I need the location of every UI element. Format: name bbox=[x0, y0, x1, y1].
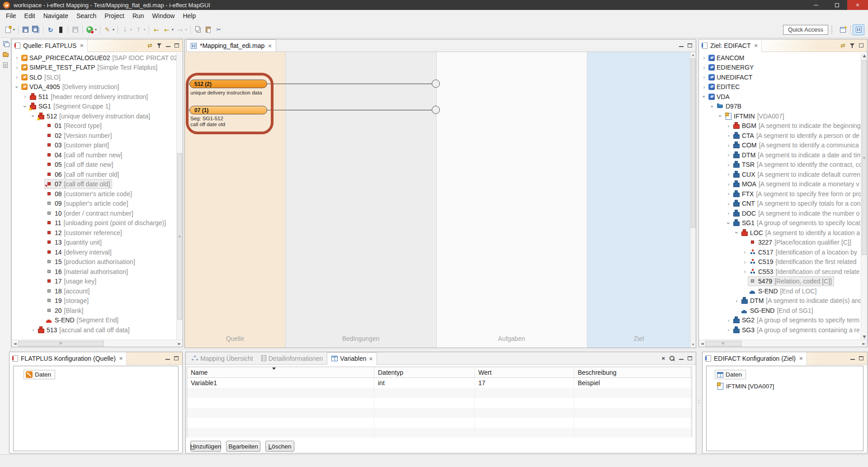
tree-item-slo[interactable]: ›SLO[SLO] bbox=[12, 72, 176, 82]
tab-detailinformationen[interactable]: Detailinformationen bbox=[257, 352, 327, 365]
tree-item-17[interactable]: 17[usage key] bbox=[12, 277, 176, 287]
tree-item-vda_4905[interactable]: ›VDA_4905[Delivery instruction] bbox=[12, 82, 176, 92]
tree-item-s-end[interactable]: S-END[End of LOC] bbox=[699, 286, 861, 296]
expand-arrow-icon[interactable]: › bbox=[14, 74, 20, 80]
tab-mapping-flat-edi-map[interactable]: *Mapping_flat_edi.map × bbox=[186, 39, 276, 52]
minimize-editor-icon[interactable] bbox=[679, 43, 684, 47]
scroll-down-icon[interactable]: ▼ bbox=[690, 343, 696, 347]
minimize-view-icon[interactable] bbox=[679, 356, 684, 360]
expand-arrow-icon[interactable]: › bbox=[741, 259, 748, 265]
expand-arrow-icon[interactable]: › bbox=[725, 151, 732, 158]
tree-item-cux[interactable]: ›CUX[A segment to indicate default curre… bbox=[699, 170, 861, 179]
maximize-editor-icon[interactable] bbox=[688, 43, 692, 47]
scroll-left-icon[interactable]: ◄ bbox=[12, 341, 18, 346]
expand-arrow-icon[interactable]: › bbox=[733, 297, 740, 304]
tree-item-sg2[interactable]: ›SG2[A group of segments to specify term bbox=[699, 316, 861, 325]
menu-file[interactable]: File bbox=[2, 11, 20, 21]
tree-item-sg-end[interactable]: SG-END[End of SG1] bbox=[699, 306, 861, 316]
expand-arrow-icon[interactable]: › bbox=[725, 132, 732, 139]
menu-edit[interactable]: Edit bbox=[20, 11, 39, 21]
new-wizard-button[interactable]: ▾ bbox=[3, 24, 16, 35]
tree-item-moa[interactable]: ›MOA[A segment to indicate a monetary v bbox=[699, 179, 861, 189]
filter-icon[interactable] bbox=[849, 43, 855, 48]
expand-arrow-icon[interactable]: › bbox=[701, 64, 708, 71]
expand-arrow-icon[interactable]: › bbox=[741, 268, 748, 275]
menu-search[interactable]: Search bbox=[72, 11, 100, 21]
dropdown-arrow-icon[interactable]: ▾ bbox=[130, 28, 132, 32]
tree-item-ftx[interactable]: ›FTX[A segment to specify free form or p… bbox=[699, 189, 861, 199]
menu-run[interactable]: Run bbox=[128, 11, 148, 21]
scrollbar-thumb[interactable] bbox=[691, 58, 695, 228]
mapping-port[interactable] bbox=[432, 106, 440, 114]
dropdown-arrow-icon[interactable]: ▾ bbox=[13, 28, 15, 32]
target-horizontal-scrollbar[interactable]: ◄ ≡ ► bbox=[699, 340, 867, 347]
edit-button[interactable]: Bearbeiten bbox=[226, 441, 260, 452]
tree-item-unedifact[interactable]: ›UNEDIFACT bbox=[699, 72, 861, 82]
tree-item-04[interactable]: 04[call off number new] bbox=[12, 150, 176, 160]
tab-edifact-konfiguration[interactable]: EDIFACT Konfiguration (Ziel) × bbox=[703, 352, 807, 365]
expand-arrow-icon[interactable]: › bbox=[701, 84, 708, 90]
scroll-right-icon[interactable]: ► bbox=[861, 341, 867, 346]
minimize-view-icon[interactable] bbox=[166, 43, 170, 47]
tree-item-eancom[interactable]: ›EANCOM bbox=[699, 53, 861, 63]
collapse-arrow-icon[interactable]: › bbox=[733, 229, 740, 236]
tree-item-dtm[interactable]: ›DTM[A segment to indicate date(s) and bbox=[699, 296, 861, 306]
close-view-icon[interactable]: × bbox=[661, 355, 665, 362]
link-with-editor-icon[interactable]: ⇄ bbox=[147, 42, 152, 49]
collapse-all-icon[interactable] bbox=[859, 43, 863, 47]
close-icon[interactable]: × bbox=[80, 42, 84, 49]
tree-item-513[interactable]: ›513[accrual and call off data] bbox=[12, 325, 176, 335]
expand-arrow-icon[interactable]: › bbox=[725, 200, 732, 207]
expand-arrow-icon[interactable]: › bbox=[701, 74, 708, 80]
document-view-icon[interactable] bbox=[0, 60, 11, 71]
scroll-right-icon[interactable]: ► bbox=[176, 341, 183, 346]
mapping-port[interactable] bbox=[432, 80, 440, 88]
tree-item-c553[interactable]: ›C553[Identification of second relate bbox=[699, 267, 861, 277]
editor-vertical-scrollbar[interactable]: ▲ ▼ bbox=[690, 52, 696, 348]
scrollbar-thumb[interactable]: ≡ bbox=[177, 153, 182, 320]
collapse-arrow-icon[interactable]: › bbox=[717, 113, 724, 119]
expand-arrow-icon[interactable]: › bbox=[725, 161, 732, 168]
close-icon[interactable]: × bbox=[119, 355, 123, 362]
run-button[interactable]: ▾ bbox=[85, 24, 98, 35]
target-vertical-scrollbar[interactable]: ▲ ≡ ▼ bbox=[861, 53, 867, 340]
tree-item-06[interactable]: 06[call off number old] bbox=[12, 170, 176, 179]
tree-item-15[interactable]: 15[production authorisation] bbox=[12, 257, 176, 267]
last-edit-location-button[interactable]: ← bbox=[151, 24, 161, 35]
dropdown-arrow-icon[interactable]: ▾ bbox=[144, 28, 146, 32]
tree-item-d97b[interactable]: ›D97B bbox=[699, 102, 861, 112]
expand-arrow-icon[interactable]: › bbox=[14, 64, 20, 71]
tree-item-12[interactable]: 12[customer reference] bbox=[12, 228, 176, 238]
minimize-view-icon[interactable] bbox=[850, 356, 855, 360]
tree-item-com[interactable]: ›COM[A segment to identify a communica bbox=[699, 141, 861, 151]
expand-arrow-icon[interactable]: › bbox=[22, 93, 28, 100]
tree-item-simple_test_flatp[interactable]: ›SIMPLE_TEST_FLATP[Simple Test Flatplus] bbox=[12, 63, 176, 73]
scroll-up-icon[interactable]: ▲ bbox=[690, 53, 696, 57]
console-button[interactable] bbox=[56, 24, 66, 35]
window-maximize-button[interactable] bbox=[826, 0, 847, 10]
close-icon[interactable]: × bbox=[369, 355, 373, 362]
expand-arrow-icon[interactable]: › bbox=[30, 326, 37, 333]
daten-button[interactable]: Daten bbox=[715, 370, 746, 379]
mapping-node-512[interactable]: 512 (2) bbox=[189, 80, 267, 88]
scrollbar-thumb[interactable]: ≡ bbox=[705, 341, 741, 346]
dropdown-arrow-icon[interactable]: ▾ bbox=[95, 28, 97, 32]
filter-icon[interactable] bbox=[156, 43, 162, 48]
tree-item-13[interactable]: 13[quantity unit] bbox=[12, 238, 176, 248]
collapse-arrow-icon[interactable]: › bbox=[709, 103, 716, 110]
tree-item-19[interactable]: 19[storage] bbox=[12, 296, 176, 306]
tree-item-edienergy[interactable]: ›EDIENERGY bbox=[699, 63, 861, 73]
scrollbar-thumb[interactable]: ≡ bbox=[862, 60, 867, 255]
maximize-view-icon[interactable] bbox=[688, 356, 692, 360]
tab-flatplus-konfiguration[interactable]: FLATPLUS Konfiguration (Quelle) × bbox=[9, 352, 127, 365]
dropdown-arrow-icon[interactable]: ▾ bbox=[185, 28, 187, 32]
dropdown-arrow-icon[interactable]: ▾ bbox=[172, 28, 174, 32]
expand-arrow-icon[interactable]: › bbox=[725, 142, 732, 149]
tab-mapping-bersicht[interactable]: Mapping Übersicht bbox=[188, 352, 257, 365]
tree-item-sg3[interactable]: ›SG3[A group of segments containing a re bbox=[699, 325, 861, 335]
delete-button[interactable]: Löschen bbox=[265, 441, 294, 452]
highlighter-button[interactable]: ✎▾ bbox=[102, 24, 116, 35]
tree-item-511[interactable]: ›511[header record delivery instruction] bbox=[12, 92, 176, 102]
tree-item-tsr[interactable]: ›TSR[A segment to identify the contract,… bbox=[699, 160, 861, 170]
tree-item-07[interactable]: 07[call off date old] bbox=[12, 179, 176, 189]
